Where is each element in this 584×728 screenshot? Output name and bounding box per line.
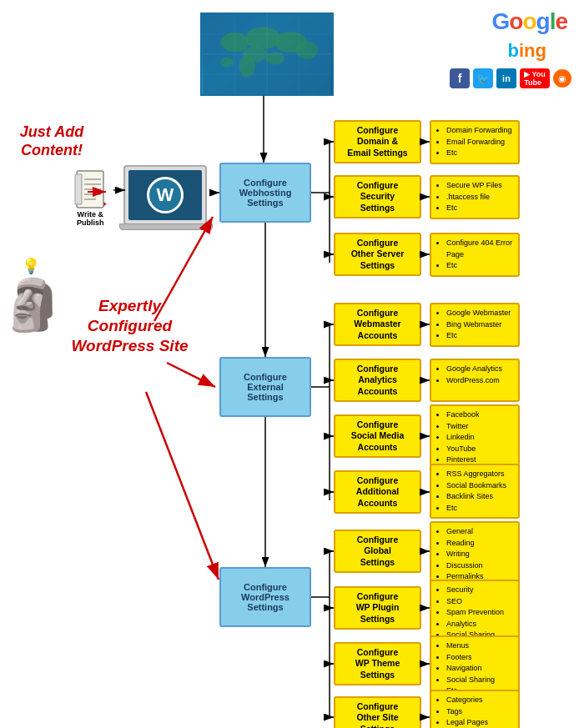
webhosting-box: ConfigureWebhostingSettings [219,163,311,223]
page-container: Google bing f 🐦 in ▶ YouTube ◉ Just Add … [0,0,584,728]
global-box: ConfigureGlobalSettings [334,530,421,573]
svg-point-2 [245,27,280,49]
world-map [200,13,334,96]
linkedin-icon: in [496,68,516,88]
wordpress-settings-box: ConfigureWordPressSettings [219,567,311,627]
svg-rect-16 [75,174,82,204]
laptop-base [119,223,213,230]
write-publish-label: Write &Publish [77,210,104,227]
just-add-label: Just Add Content! [10,123,93,159]
bullet-security: Secure WP Files.htaccess fileEtc [430,175,520,219]
google-g: G [492,8,510,34]
bullet-analytics: Google AnalyticsWordPress.com [430,359,520,402]
wp-theme-box: ConfigureWP ThemeSettings [334,642,421,685]
bing-b: b [508,40,519,61]
google-o2: o [522,8,536,34]
svg-point-8 [220,58,233,68]
google-o1: o [509,8,522,34]
svg-point-7 [239,55,254,78]
bing-logo: bing [508,40,546,62]
bullet-domain: Domain ForwardingEmail ForwardingEtc [430,120,520,164]
svg-line-57 [167,363,215,387]
bullet-webmaster: Google WebmasterBing WebmasterEtc [430,303,520,347]
expertly-text: ExpertlyConfiguredWordPress Site [40,296,219,355]
lightbulb-icon: 💡 [22,257,40,275]
youtube-icon: ▶ YouTube [520,68,550,88]
bullet-other-server: Configure 404 Error PageEtc [430,233,520,277]
wp-logo: W [147,177,184,213]
svg-point-5 [296,42,319,59]
social-media-box: ConfigureSocial MediaAccounts [334,414,421,458]
svg-line-58 [146,392,219,580]
google-g2: g [536,8,550,34]
rss-icon: ◉ [553,69,571,88]
svg-point-6 [265,52,284,64]
bing-ing: ing [519,40,546,61]
twitter-icon: 🐦 [473,68,493,88]
other-site-box: ConfigureOther SiteSettings [334,696,421,728]
bullet-social: FacebookTwitterLinkedinYouTubePinterest [430,404,520,471]
additional-box: ConfigureAdditionalAccounts [334,470,421,514]
wp-screen: W [128,170,202,220]
analytics-box: ConfigureAnalyticsAccounts [334,359,421,402]
wp-plugin-box: ConfigureWP PluginSettings [334,586,421,630]
external-settings-box: ConfigureExternalSettings [219,357,311,417]
bullet-global: GeneralReadingWritingDiscussionPermalink… [430,521,520,588]
social-icons-top: f 🐦 in ▶ YouTube ◉ [450,68,571,88]
security-box: ConfigureSecuritySettings [334,175,421,218]
domain-email-box: ConfigureDomain &Email Settings [334,120,421,163]
bullet-other-site: CategoriesTagsLegal PagesSite MapRedirec… [430,690,520,728]
bullet-additional: RSS AggregatorsSocial BookmarksBacklink … [430,464,520,519]
google-logo: Google [492,8,567,35]
google-e: e [555,8,567,34]
wp-laptop: W [123,165,207,225]
webmaster-box: ConfigureWebmasterAccounts [334,303,421,346]
notepad-icon [73,169,107,209]
facebook-icon: f [450,68,470,88]
other-server-box: ConfigureOther ServerSettings [334,233,421,276]
